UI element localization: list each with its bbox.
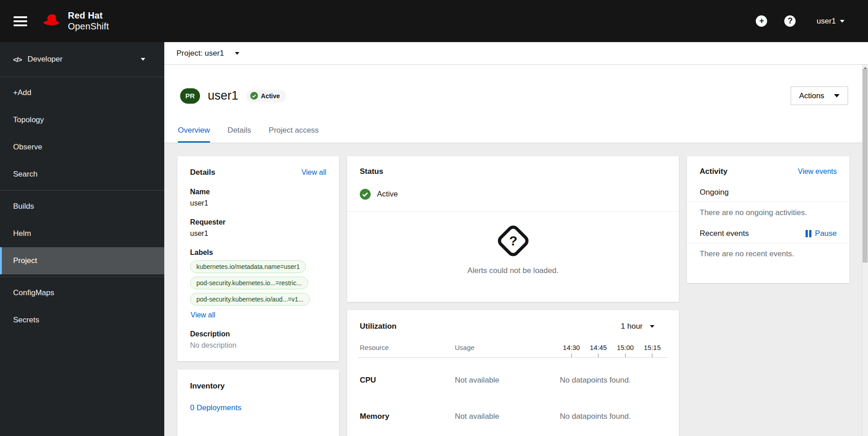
check-circle-icon [250, 92, 258, 100]
sidebar-group-2: Builds Helm Project [0, 190, 164, 277]
sidebar-item-label: ConfigMaps [13, 288, 54, 297]
label-chip[interactable]: pod-security.kubernetes.io/aud...=v1... [190, 293, 310, 306]
usage-column-header: Usage [455, 344, 560, 357]
sidebar-item-topology[interactable]: Topology [0, 106, 164, 134]
actions-button[interactable]: Actions [791, 86, 848, 105]
recent-empty-message: There are no recent events. [700, 243, 837, 265]
utilization-card: Utilization 1 hour Resource Usage 14:30 … [347, 310, 679, 436]
chevron-down-icon [840, 20, 844, 23]
details-view-all-link[interactable]: View all [301, 168, 326, 177]
resource-usage: Not available [455, 376, 560, 385]
tab-label: Details [228, 126, 251, 134]
sidebar-item-label: Observe [13, 143, 42, 152]
sidebar-item-label: Project [13, 256, 37, 265]
actions-button-label: Actions [799, 91, 825, 101]
tab-details[interactable]: Details [228, 119, 251, 143]
chevron-down-icon [834, 94, 839, 97]
label-chip[interactable]: pod-security.kubernetes.io...=restric... [190, 277, 308, 289]
sidebar-item-configmaps[interactable]: ConfigMaps [0, 279, 164, 307]
vertical-scrollbar[interactable] [862, 65, 868, 436]
user-menu-label: user1 [816, 17, 836, 26]
pause-icon [806, 230, 811, 237]
utilization-row-memory: Memory Not available No datapoints found… [358, 412, 668, 421]
view-events-link[interactable]: View events [798, 168, 837, 176]
time-label: 15:00 [617, 344, 634, 351]
resource-datapoints: No datapoints found. [560, 376, 666, 385]
create-plus-icon[interactable]: + [756, 15, 767, 27]
nav-toggle-hamburger-icon[interactable] [14, 14, 27, 29]
right-column: Activity View events Ongoing There are n… [687, 156, 849, 283]
question-glyph: ? [787, 16, 792, 26]
project-selector[interactable]: Project: user1 [164, 42, 868, 65]
brand-logo: Red Hat OpenShift [42, 10, 109, 32]
utilization-card-title: Utilization [360, 322, 396, 331]
alerts-message: Alerts could not be loaded. [467, 266, 558, 275]
activity-card: Activity View events Ongoing There are n… [687, 156, 849, 283]
page-title: user1 [208, 89, 238, 103]
labels-heading: Labels [190, 249, 326, 257]
sidebar: </> Developer +Add Topology Observe Sear… [0, 42, 164, 436]
details-card-title: Details [190, 168, 215, 177]
sidebar-item-observe[interactable]: Observe [0, 134, 164, 161]
requester-field-label: Requester [190, 218, 326, 226]
sidebar-item-helm[interactable]: Helm [0, 220, 164, 247]
developer-code-icon: </> [13, 56, 22, 63]
sidebar-group-3: ConfigMaps Secrets [0, 277, 164, 336]
sidebar-item-add[interactable]: +Add [0, 79, 164, 106]
ongoing-heading: Ongoing [700, 188, 837, 201]
ongoing-empty-message: There are no ongoing activities. [700, 202, 837, 224]
chevron-down-icon [141, 58, 145, 61]
time-label: 15:15 [644, 344, 661, 351]
sidebar-item-secrets[interactable]: Secrets [0, 307, 164, 334]
name-field-label: Name [190, 188, 326, 196]
pause-events-button[interactable]: Pause [806, 229, 837, 238]
scrollbar-thumb[interactable] [863, 69, 868, 263]
name-field-value: user1 [190, 199, 326, 207]
resource-usage: Not available [455, 412, 560, 421]
plus-glyph: + [759, 16, 764, 26]
status-badge: Active [246, 90, 286, 102]
brand-line2: OpenShift [68, 21, 109, 32]
time-tick: 14:30 [563, 344, 580, 357]
label-chip[interactable]: kubernetes.io/metadata.name=user1 [190, 260, 306, 273]
main-content: Project: user1 PR user1 Active Actions [164, 42, 868, 436]
pause-button-label: Pause [815, 229, 837, 238]
chevron-down-icon [650, 325, 654, 328]
resource-datapoints: No datapoints found. [560, 412, 666, 421]
tab-overview[interactable]: Overview [178, 119, 210, 143]
time-label: 14:30 [563, 344, 580, 351]
page-header: PR user1 Active Actions Overview Details… [164, 65, 868, 143]
sidebar-item-label: Builds [13, 202, 34, 211]
tab-bar: Overview Details Project access [164, 119, 868, 143]
utilization-row-cpu: CPU Not available No datapoints found. [358, 376, 668, 385]
details-card: Details View all Name user1 Requester us… [177, 156, 339, 361]
time-axis: 14:30 14:45 15:00 15:15 [560, 344, 666, 357]
time-tick: 15:00 [617, 344, 634, 357]
sidebar-item-builds[interactable]: Builds [0, 193, 164, 220]
user-menu[interactable]: user1 [816, 17, 844, 26]
status-card-title: Status [360, 167, 383, 176]
tab-project-access[interactable]: Project access [269, 119, 319, 143]
status-active-label: Active [377, 190, 398, 199]
labels-view-all-link[interactable]: View all [191, 311, 215, 319]
duration-dropdown[interactable]: 1 hour [621, 322, 654, 331]
sidebar-group-1: +Add Topology Observe Search [0, 77, 164, 190]
resource-name: CPU [360, 376, 455, 385]
sidebar-item-label: Helm [13, 229, 31, 238]
brand-text: Red Hat OpenShift [68, 10, 109, 32]
deployments-link[interactable]: 0 Deployments [190, 403, 241, 412]
sidebar-item-project[interactable]: Project [0, 247, 164, 274]
status-card: Status Active ? Alerts could not be load… [347, 156, 679, 302]
description-value: No description [190, 341, 326, 350]
sidebar-item-search[interactable]: Search [0, 161, 164, 188]
requester-field-value: user1 [190, 230, 326, 238]
perspective-switcher[interactable]: </> Developer [0, 42, 164, 77]
middle-column: Status Active ? Alerts could not be load… [347, 156, 679, 436]
brand-line1: Red Hat [68, 10, 109, 21]
inventory-card: Inventory 0 Deployments [177, 369, 339, 436]
check-circle-icon [360, 189, 371, 200]
masthead: Red Hat OpenShift + ? user1 [0, 0, 868, 42]
sidebar-item-label: Topology [13, 115, 44, 125]
help-icon[interactable]: ? [784, 15, 796, 27]
activity-card-title: Activity [700, 167, 727, 176]
